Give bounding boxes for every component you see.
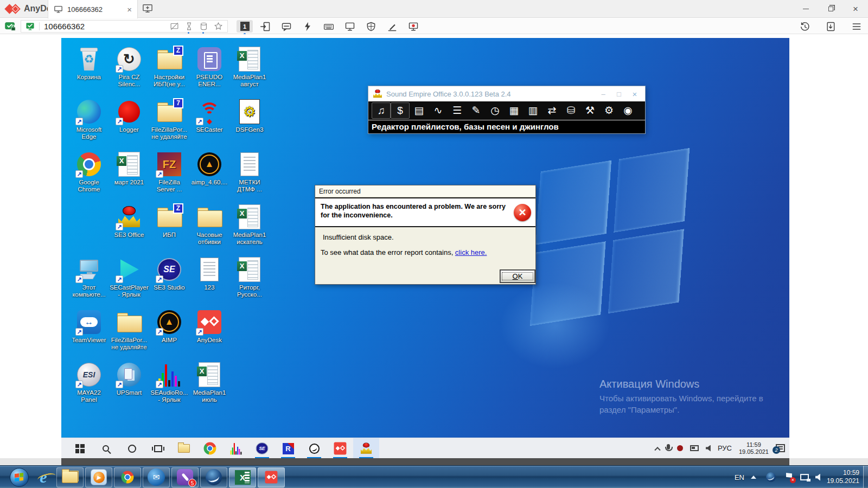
tray-app-icon[interactable] <box>766 472 776 482</box>
tools-icon[interactable]: ⚒ <box>580 102 599 119</box>
host-taskbar-pira-cz[interactable] <box>200 467 227 487</box>
playlist-icon[interactable]: ☰ <box>448 102 467 119</box>
settings-icon[interactable]: ⚙ <box>599 102 618 119</box>
tray-chevron-icon[interactable] <box>654 447 660 453</box>
session-duration-icon[interactable] <box>184 22 194 31</box>
desktop-icon-fz[interactable]: FZ↗FileZilla Server ... <box>149 151 189 193</box>
close-button[interactable]: × <box>843 0 868 18</box>
exchange-icon[interactable]: ⇄ <box>542 102 561 119</box>
remote-clock[interactable]: 11:5919.05.2021 <box>739 441 769 455</box>
remote-desktop[interactable]: ♻Корзина↻↗Pira CZ Silenc...ZНастройки ИБ… <box>61 38 789 458</box>
desktop-icon-excel[interactable]: MediaPlan1 июль <box>189 362 229 403</box>
screenshot-icon[interactable] <box>170 22 179 31</box>
edit-icon[interactable]: ✎ <box>467 102 486 119</box>
session-recording-button[interactable] <box>407 21 419 33</box>
desktop-icon-anydesk[interactable]: ↗AnyDesk <box>189 309 229 344</box>
se-close-button[interactable]: × <box>629 89 641 99</box>
host-speaker-icon[interactable] <box>815 474 820 481</box>
recording-indicator-icon[interactable] <box>677 445 683 451</box>
host-network-icon[interactable] <box>800 474 809 480</box>
documents-icon[interactable]: ▤ <box>410 102 429 119</box>
desktop-icon-gearpage[interactable]: ⚙DSFGen3 <box>229 99 270 133</box>
desktop-icon-upsmart[interactable]: ↗UPSmart <box>109 362 149 396</box>
taskbar-anydesk[interactable] <box>327 438 353 458</box>
host-clock[interactable]: 10:5919.05.2021 <box>827 469 859 485</box>
tray-expand-icon[interactable] <box>751 476 756 479</box>
action-center-flag-icon[interactable] <box>786 473 794 481</box>
taskbar-pira-cz[interactable] <box>301 438 327 458</box>
desktop-icon-chrome[interactable]: ↗Google Chrome <box>69 151 109 193</box>
taskbar-start-button[interactable] <box>67 438 93 458</box>
session-invite-button[interactable] <box>259 21 271 33</box>
session-tab[interactable]: 106666362 × <box>48 0 138 18</box>
host-taskbar-start-orb[interactable] <box>8 467 30 487</box>
database-icon[interactable]: ⛁ <box>561 102 580 119</box>
notification-center-icon[interactable]: 2 <box>776 444 785 452</box>
desktop-icon-eq[interactable]: ↗SEAudioRo... - Ярлык <box>149 362 189 403</box>
host-taskbar-viber[interactable]: 5 <box>171 467 199 487</box>
network-icon[interactable] <box>690 445 699 451</box>
desktop-icon-doc[interactable]: МЕТКИ ДТМФ ... <box>229 151 270 193</box>
host-taskbar-excel[interactable]: X <box>229 467 256 487</box>
tab-close-icon[interactable]: × <box>127 5 132 14</box>
se-maximize-button[interactable]: □ <box>613 90 625 98</box>
report-link[interactable]: click here. <box>455 248 487 256</box>
taskbar-sound-empire-office[interactable] <box>353 438 379 458</box>
desktop-icon-refresh[interactable]: ↻↗Pira CZ Silenc... <box>109 46 149 88</box>
file-transfer-icon[interactable] <box>199 22 208 31</box>
desktop-icon-folder[interactable]: FileZillaPor... не удаляйте <box>109 309 149 351</box>
error-dialog[interactable]: Error occurred The application has encou… <box>315 185 536 285</box>
host-language-indicator[interactable]: EN <box>735 473 744 481</box>
actions-button[interactable] <box>302 21 314 33</box>
minimize-button[interactable] <box>793 0 818 18</box>
monitor-1-tab[interactable]: 1 <box>237 20 253 33</box>
whiteboard-button[interactable] <box>386 21 398 33</box>
sound-empire-title-bar[interactable]: Sound Empire Office 3.0.0.123 Beta 2.4 –… <box>368 86 645 101</box>
sound-empire-window[interactable]: Sound Empire Office 3.0.0.123 Beta 2.4 –… <box>368 86 646 134</box>
desktop-icon-excel[interactable]: MediaPlan1 искатель <box>229 204 270 246</box>
taskbar-cortana-button[interactable] <box>119 438 145 458</box>
new-session-tab-button[interactable] <box>142 4 153 14</box>
desktop-icon-folder[interactable]: ZНастройки ИБП(не у... <box>149 46 189 88</box>
desktop-icon-waves[interactable]: ↗SECaster <box>189 99 229 133</box>
permissions-shield-button[interactable] <box>365 21 377 33</box>
desktop-icon-reddot[interactable]: ↗Logger <box>109 99 149 133</box>
restore-button[interactable] <box>818 0 843 18</box>
taskbar-google-chrome[interactable] <box>197 438 223 458</box>
desktop-icon-edge[interactable]: ↗Microsoft Edge <box>69 99 109 140</box>
desktop-icon-se3[interactable]: SE↗SE3 Studio <box>149 256 189 291</box>
error-dialog-title[interactable]: Error occurred <box>315 185 535 197</box>
journal-icon[interactable]: ▥ <box>524 102 542 119</box>
taskbar-ritorg[interactable]: R <box>275 438 301 458</box>
music-icon[interactable]: ♫ <box>372 102 391 119</box>
desktop-icon-esi[interactable]: ESI↗MAYA22 Panel <box>69 362 109 403</box>
desktop-icon-excel[interactable]: март 2021 <box>109 151 149 186</box>
se-minimize-button[interactable]: – <box>597 90 609 98</box>
view-icon[interactable]: ◉ <box>618 102 637 119</box>
main-menu-button[interactable] <box>851 21 863 33</box>
scheduler-icon[interactable]: ◷ <box>486 102 505 119</box>
desktop-icon-folder[interactable]: 7FileZillaPor... не удаляйте <box>149 99 189 140</box>
host-taskbar-internet-explorer[interactable]: e <box>32 467 55 487</box>
display-settings-button[interactable] <box>344 21 356 33</box>
taskbar-task-view-button[interactable] <box>145 438 171 458</box>
host-taskbar-anydesk[interactable] <box>258 467 285 487</box>
host-taskbar-google-chrome[interactable] <box>114 467 141 487</box>
desktop-icon-excel[interactable]: MediaPlan1 август <box>229 46 270 88</box>
grid-icon[interactable]: ▦ <box>505 102 524 119</box>
desktop-icon-folder[interactable]: Часовые отбивки <box>189 204 229 246</box>
microphone-icon[interactable] <box>667 444 670 450</box>
desktop-icon-aimp[interactable]: ▲↗AIMP <box>149 309 189 344</box>
language-indicator[interactable]: РУС <box>718 444 732 452</box>
keyboard-button[interactable] <box>323 21 335 33</box>
desktop-icon-crown[interactable]: ↗SE3 Office <box>109 204 149 239</box>
desktop-icon-pseudo[interactable]: PSEUDO ENER... <box>189 46 229 88</box>
desktop-icon-play[interactable]: ↗SECastPlayer - Ярлык <box>109 256 149 298</box>
host-taskbar-windows-explorer[interactable] <box>56 467 84 487</box>
chat-button[interactable] <box>280 21 292 33</box>
host-taskbar-thunderbird[interactable]: ✉ <box>143 467 170 487</box>
taskbar-se3-studio[interactable]: SE <box>249 438 275 458</box>
show-desktop-button[interactable] <box>863 466 868 488</box>
taskbar-file-explorer[interactable] <box>171 438 197 458</box>
desktop-icon-excel[interactable]: Риторг, Русско... <box>229 256 270 298</box>
